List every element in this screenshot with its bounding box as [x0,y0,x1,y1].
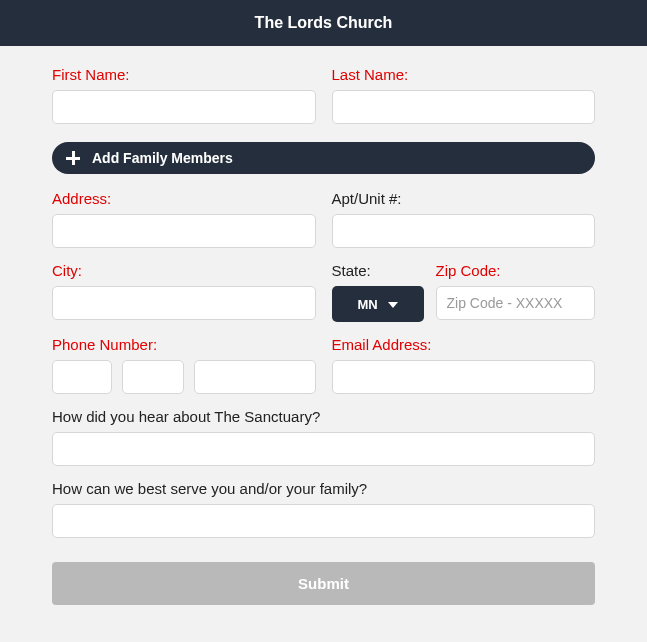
first-name-label: First Name: [52,66,316,83]
plus-icon [66,151,80,165]
form-container: First Name: Last Name: Add Family Member… [0,46,647,625]
phone-line-input[interactable] [194,360,316,394]
apt-input[interactable] [332,214,596,248]
address-label: Address: [52,190,316,207]
page-header: The Lords Church [0,0,647,46]
apt-label: Apt/Unit #: [332,190,596,207]
address-input[interactable] [52,214,316,248]
last-name-label: Last Name: [332,66,596,83]
phone-prefix-input[interactable] [122,360,184,394]
zip-label: Zip Code: [436,262,596,279]
phone-area-input[interactable] [52,360,112,394]
serve-label: How can we best serve you and/or your fa… [52,480,595,497]
add-family-label: Add Family Members [92,150,233,166]
state-label: State: [332,262,424,279]
email-input[interactable] [332,360,596,394]
last-name-input[interactable] [332,90,596,124]
city-input[interactable] [52,286,316,320]
submit-button[interactable]: Submit [52,562,595,605]
first-name-input[interactable] [52,90,316,124]
serve-input[interactable] [52,504,595,538]
hear-label: How did you hear about The Sanctuary? [52,408,595,425]
zip-input[interactable] [436,286,596,320]
city-label: City: [52,262,316,279]
page-title: The Lords Church [255,14,393,31]
add-family-button[interactable]: Add Family Members [52,142,595,174]
state-select[interactable]: MN [332,286,424,322]
state-selected-value: MN [357,297,377,312]
hear-input[interactable] [52,432,595,466]
email-label: Email Address: [332,336,596,353]
phone-label: Phone Number: [52,336,316,353]
chevron-down-icon [388,302,398,308]
